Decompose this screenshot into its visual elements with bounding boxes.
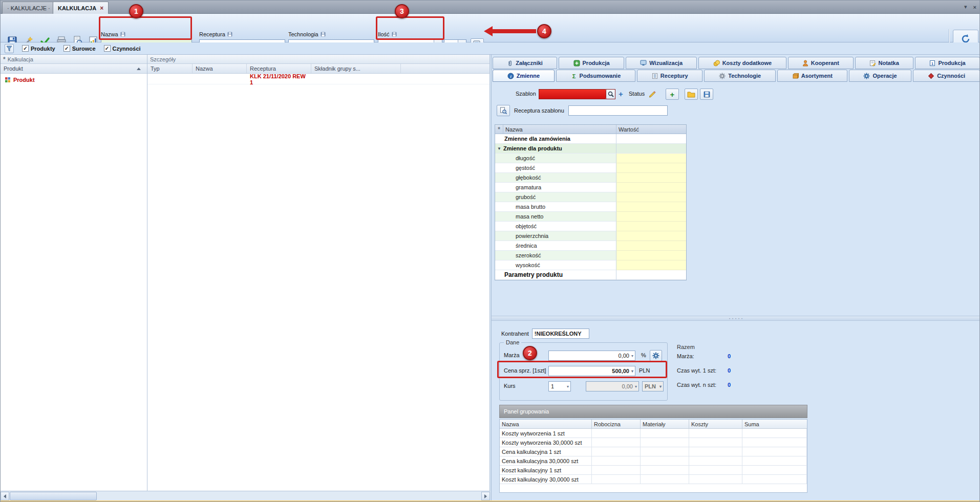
cell[interactable]	[689, 456, 742, 466]
receptura-szablonu-input[interactable]	[568, 105, 668, 116]
chevron-down-icon[interactable]: ▾	[964, 4, 967, 10]
scrollbar-thumb[interactable]	[10, 492, 97, 500]
tab-technologie[interactable]: Technologie	[704, 70, 776, 82]
grouping-panel-bar[interactable]: Panel grupowania	[499, 405, 807, 418]
tree-column-header[interactable]: Produkt	[1, 64, 147, 74]
cell[interactable]	[689, 475, 742, 484]
variable-row[interactable]: długość	[495, 154, 686, 163]
kontrahent-field[interactable]: !NIEOKREŚLONY	[532, 329, 589, 339]
cell[interactable]	[742, 466, 807, 475]
tab-kooperant[interactable]: Kooperant	[788, 57, 854, 69]
cell[interactable]	[592, 429, 641, 438]
template-open-button[interactable]	[685, 89, 698, 100]
variable-value-cell[interactable]	[616, 202, 686, 212]
col-nazwa[interactable]: Nazwa	[500, 420, 592, 429]
tab-notatka[interactable]: Notatka	[855, 57, 913, 69]
cell[interactable]	[742, 456, 807, 466]
variable-value-cell[interactable]	[616, 163, 686, 173]
cell[interactable]	[689, 447, 742, 456]
variables-grid-header[interactable]: * Nazwa Wartość	[495, 125, 686, 134]
col-koszty[interactable]: Koszty	[689, 420, 742, 429]
cell[interactable]	[689, 429, 742, 438]
cell[interactable]	[592, 438, 641, 447]
variable-value-cell[interactable]	[616, 212, 686, 222]
variable-value-cell[interactable]	[616, 173, 686, 183]
variable-row[interactable]: głębokość	[495, 173, 686, 183]
checkbox-checked-icon[interactable]: ✓	[104, 45, 111, 52]
kurs-multiplier-combobox[interactable]: 1 ▾	[548, 381, 571, 391]
variable-value-cell[interactable]	[616, 192, 686, 202]
cell[interactable]	[641, 438, 689, 447]
marza-settings-button[interactable]	[650, 350, 662, 361]
variable-row[interactable]: powierzchnia	[495, 231, 686, 241]
table-row[interactable]: Koszt kalkulacyjny 30,0000 szt	[500, 475, 807, 484]
tree-item-produkt[interactable]: Produkt	[1, 75, 147, 84]
group-row-zamowienia[interactable]: Zmienne dla zamówienia	[495, 134, 686, 144]
expander-icon[interactable]: ▼	[497, 146, 501, 151]
marza-combobox[interactable]: 0,00 ▾	[548, 351, 635, 361]
variable-row[interactable]: masa netto	[495, 212, 686, 222]
szablon-field[interactable]	[539, 89, 615, 99]
tab-operacje[interactable]: Operacje	[849, 70, 912, 82]
tab-zalaczniki[interactable]: Załączniki	[493, 57, 557, 69]
variable-row[interactable]: grubość	[495, 192, 686, 202]
variable-row[interactable]: gęstość	[495, 163, 686, 173]
table-row[interactable]: Cena kalkulacyjna 1 szt	[500, 447, 807, 456]
checkbox-czynnosci[interactable]: ✓ Czynności	[104, 45, 141, 52]
variables-column-wartosc[interactable]: Wartość	[616, 125, 686, 134]
cell[interactable]	[641, 475, 689, 484]
kurs-currency-combobox[interactable]: PLN ▾	[642, 381, 664, 391]
column-nazwa[interactable]: Nazwa	[193, 64, 247, 73]
scroll-right-button[interactable]	[481, 492, 490, 500]
template-save-button[interactable]	[700, 89, 713, 100]
group-row-parametry[interactable]: Parametry produktu	[495, 270, 686, 280]
dropdown-chevron-icon[interactable]: ▾	[631, 354, 635, 358]
column-typ[interactable]: Typ	[147, 64, 193, 73]
szablon-search-button[interactable]	[606, 90, 615, 99]
table-row[interactable]: Koszty wytworzenia 30,0000 szt	[500, 438, 807, 447]
horizontal-scrollbar[interactable]	[1, 491, 490, 500]
close-icon[interactable]: ×	[973, 4, 976, 10]
cell[interactable]	[689, 438, 742, 447]
cell[interactable]	[742, 429, 807, 438]
tab-podsumowanie[interactable]: Σ Podsumowanie	[556, 70, 635, 82]
variable-value-cell[interactable]	[616, 241, 686, 251]
checkbox-checked-icon[interactable]: ✓	[63, 45, 70, 52]
status-edit-button[interactable]	[648, 89, 657, 98]
tab-czynnosci[interactable]: Czynności	[913, 70, 980, 82]
cell[interactable]	[592, 447, 641, 456]
col-suma[interactable]: Suma	[742, 420, 807, 429]
filter-button[interactable]	[5, 44, 14, 53]
table-row[interactable]: Koszty wytworzenia 1 szt	[500, 429, 807, 438]
tab-koszty-dodatkowe[interactable]: Koszty dodatkowe	[698, 57, 786, 69]
cell[interactable]	[592, 466, 641, 475]
variable-row[interactable]: masa brutto	[495, 202, 686, 212]
tab-close-icon[interactable]: ×	[100, 5, 103, 11]
cell[interactable]	[689, 466, 742, 475]
receptura-szablonu-search-button[interactable]	[497, 105, 510, 116]
scroll-left-button[interactable]	[1, 492, 9, 500]
cell[interactable]	[592, 456, 641, 466]
tab-produkcja-2[interactable]: 1 Produkcja	[915, 57, 980, 69]
cell[interactable]	[742, 438, 807, 447]
cell[interactable]	[641, 466, 689, 475]
cell[interactable]	[742, 475, 807, 484]
variable-row[interactable]: średnica	[495, 241, 686, 251]
cell[interactable]	[592, 475, 641, 484]
col-materialy[interactable]: Materiały	[641, 420, 689, 429]
variables-column-nazwa[interactable]: Nazwa	[503, 125, 616, 134]
col-robocizna[interactable]: Robocizna	[592, 420, 641, 429]
variable-row[interactable]: objętość	[495, 222, 686, 231]
tab-receptury[interactable]: Receptury	[637, 70, 702, 82]
tab-zmienne[interactable]: i Zmienne	[493, 70, 555, 82]
doc-tab-kalkulacja[interactable]: KALKULACJA ×	[53, 2, 109, 14]
cell[interactable]	[641, 429, 689, 438]
details-column-header[interactable]: Typ Nazwa Receptura Składnik grupy s...	[147, 64, 489, 74]
template-add-button[interactable]: +	[666, 89, 679, 100]
tab-wizualizacja[interactable]: Wizualizacja	[626, 57, 697, 69]
table-row[interactable]: Cena kalkulacyjna 30,0000 szt	[500, 456, 807, 466]
tab-asortyment[interactable]: Asortyment	[777, 70, 847, 82]
kurs-value-field[interactable]: 0,00 ▾	[586, 381, 639, 391]
group-row-produktu[interactable]: ▼Zmienne dla produktu	[495, 144, 686, 154]
variable-value-cell[interactable]	[616, 260, 686, 270]
